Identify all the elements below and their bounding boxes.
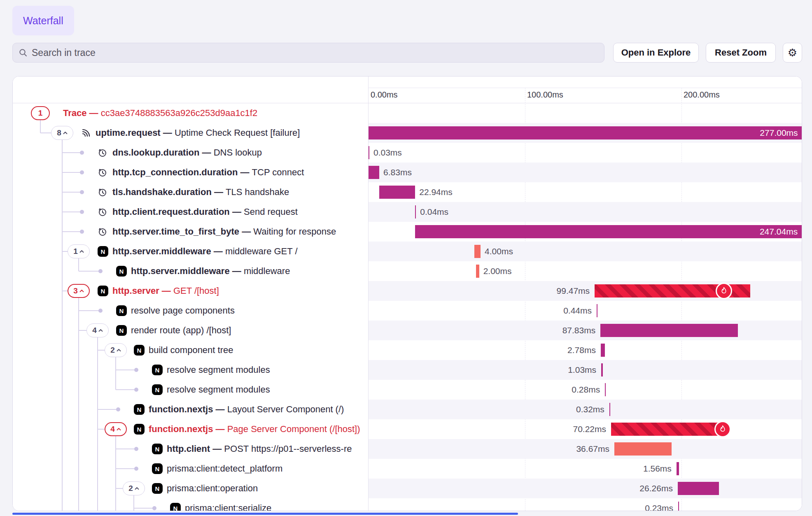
span-waterfall-row[interactable]: 1.56ms bbox=[369, 459, 802, 479]
span-duration-bar[interactable] bbox=[369, 146, 369, 159]
timeline-header-top-divider bbox=[369, 88, 802, 88]
span-waterfall-row[interactable]: 2.00ms bbox=[369, 261, 802, 281]
expand-collapse-badge[interactable]: 4 bbox=[86, 323, 109, 337]
span-waterfall-row[interactable]: 247.04ms bbox=[369, 222, 802, 242]
span-tree-row[interactable]: 2Nprisma:client:operation bbox=[13, 479, 368, 498]
span-waterfall-row[interactable]: 4.00ms bbox=[369, 242, 802, 261]
span-waterfall-row[interactable]: 26.26ms bbox=[369, 479, 802, 498]
span-description: resolve page components bbox=[131, 305, 235, 316]
open-in-explore-button[interactable]: Open in Explore bbox=[613, 43, 699, 63]
panel-resize-handle[interactable] bbox=[12, 513, 518, 515]
span-duration-label: 0.28ms bbox=[572, 380, 600, 400]
expand-collapse-badge[interactable]: 3 bbox=[68, 284, 90, 298]
expand-collapse-badge[interactable]: 4 bbox=[105, 422, 127, 436]
span-duration-bar[interactable] bbox=[600, 324, 738, 337]
span-waterfall-row[interactable]: 36.67ms bbox=[369, 439, 802, 459]
span-waterfall-row[interactable]: 0.28ms bbox=[369, 380, 802, 400]
tab-waterfall[interactable]: Waterfall bbox=[12, 6, 74, 35]
span-waterfall-row[interactable]: 277.00ms bbox=[369, 123, 802, 143]
span-duration-bar[interactable] bbox=[595, 284, 750, 298]
span-separator: — bbox=[159, 286, 173, 296]
span-tree-row[interactable]: Nhttp.server.middleware — middleware bbox=[13, 261, 368, 281]
span-tree-row[interactable]: 1Nhttp.server.middleware — middleware GE… bbox=[13, 242, 368, 261]
span-duration-bar[interactable] bbox=[379, 186, 415, 199]
leaf-dot bbox=[134, 368, 138, 372]
expand-collapse-badge[interactable]: 1 bbox=[31, 106, 50, 120]
span-waterfall-row[interactable]: 1.03ms bbox=[369, 360, 802, 380]
duration-clock-icon bbox=[98, 187, 107, 197]
span-tree-row[interactable]: http.client.request.duration — Send requ… bbox=[13, 202, 368, 222]
span-tree-row[interactable]: http.tcp_connection.duration — TCP conne… bbox=[13, 163, 368, 182]
span-waterfall-row[interactable]: 87.83ms bbox=[369, 321, 802, 340]
span-tree-row[interactable]: Nresolve segment modules bbox=[13, 380, 368, 400]
expand-collapse-badge[interactable]: 8 bbox=[51, 126, 73, 140]
span-tree-row[interactable]: 4Nfunction.nextjs — Page Server Componen… bbox=[13, 419, 368, 439]
nextjs-icon: N bbox=[98, 246, 108, 257]
span-tree-row[interactable]: Nresolve page components bbox=[13, 301, 368, 321]
span-tree-row[interactable]: Nprisma:client:serialize bbox=[13, 498, 368, 511]
span-op: http.client.request.duration bbox=[112, 207, 230, 217]
span-duration-bar[interactable] bbox=[678, 502, 679, 511]
child-count: 3 bbox=[73, 286, 78, 295]
span-tree-row[interactable]: Nhttp.client — POST https://p01--serverl… bbox=[13, 439, 368, 459]
span-duration-bar[interactable]: 247.04ms bbox=[415, 225, 802, 238]
span-duration-bar[interactable] bbox=[369, 166, 379, 179]
span-waterfall-row[interactable]: 99.47ms bbox=[369, 281, 802, 301]
span-duration-bar[interactable] bbox=[597, 304, 597, 317]
reset-zoom-button[interactable]: Reset Zoom bbox=[706, 43, 776, 63]
span-separator: — bbox=[230, 207, 244, 217]
span-duration-bar[interactable] bbox=[609, 403, 610, 416]
trace-root-row[interactable]: 1Trace — cc3ae3748883563a926c253d9aa1c1f… bbox=[13, 103, 368, 123]
span-tree-row[interactable]: dns.lookup.duration — DNS lookup bbox=[13, 143, 368, 163]
span-waterfall-row[interactable] bbox=[369, 103, 802, 123]
span-waterfall-row[interactable]: 6.83ms bbox=[369, 163, 802, 182]
waterfall-timeline[interactable]: 0.00ms100.00ms200.00ms277.00ms0.03ms6.83… bbox=[369, 77, 802, 511]
span-tree-row[interactable]: Nprisma:client:detect_platform bbox=[13, 459, 368, 479]
span-description: Layout Server Component (/) bbox=[227, 404, 344, 414]
error-flame-badge[interactable] bbox=[716, 283, 732, 299]
timeline-tick-label: 0.00ms bbox=[371, 90, 398, 100]
span-waterfall-row[interactable]: 0.44ms bbox=[369, 301, 802, 321]
span-waterfall-row[interactable]: 0.23ms bbox=[369, 498, 802, 511]
uptime-icon bbox=[81, 128, 91, 138]
span-tree-row[interactable]: 3Nhttp.server — GET /[host] bbox=[13, 281, 368, 301]
span-duration-bar[interactable] bbox=[611, 423, 721, 436]
duration-clock-icon bbox=[98, 167, 107, 177]
span-duration-bar[interactable] bbox=[601, 363, 603, 377]
span-description: DNS lookup bbox=[214, 147, 262, 158]
settings-button[interactable]: ⚙ bbox=[783, 43, 802, 63]
span-duration-bar[interactable]: 277.00ms bbox=[369, 126, 802, 139]
span-duration-bar[interactable] bbox=[476, 265, 479, 278]
span-tree-row[interactable]: 2Nbuild component tree bbox=[13, 340, 368, 360]
span-separator: — bbox=[161, 128, 175, 138]
span-duration-bar[interactable] bbox=[605, 383, 606, 396]
nextjs-icon: N bbox=[116, 305, 127, 316]
span-waterfall-row[interactable]: 70.22ms bbox=[369, 419, 802, 439]
search-bar[interactable] bbox=[12, 43, 604, 63]
span-tree-row[interactable]: http.server.time_to_first_byte — Waiting… bbox=[13, 222, 368, 242]
span-waterfall-row[interactable]: 2.78ms bbox=[369, 340, 802, 360]
span-tree-row[interactable]: tls.handshake.duration — TLS handshake bbox=[13, 182, 368, 202]
span-waterfall-row[interactable]: 0.03ms bbox=[369, 143, 802, 163]
error-flame-badge[interactable] bbox=[714, 421, 731, 437]
span-waterfall-row[interactable]: 22.94ms bbox=[369, 182, 802, 202]
span-tree-row[interactable]: 8uptime.request — Uptime Check Request [… bbox=[13, 123, 368, 143]
expand-collapse-badge[interactable]: 1 bbox=[68, 244, 90, 258]
expand-collapse-badge[interactable]: 2 bbox=[123, 481, 145, 495]
span-tree-row[interactable]: 4Nrender route (app) /[host] bbox=[13, 321, 368, 340]
span-duration-bar[interactable] bbox=[415, 205, 416, 218]
nextjs-icon: N bbox=[152, 463, 163, 474]
span-tree-row[interactable]: Nfunction.nextjs — Layout Server Compone… bbox=[13, 400, 368, 419]
span-duration-bar[interactable] bbox=[614, 442, 672, 456]
span-duration-bar[interactable] bbox=[677, 462, 679, 475]
search-input[interactable] bbox=[32, 47, 598, 58]
span-duration-bar[interactable] bbox=[474, 245, 481, 258]
span-waterfall-row[interactable]: 0.32ms bbox=[369, 400, 802, 419]
span-description: render route (app) /[host] bbox=[131, 325, 231, 335]
span-waterfall-row[interactable]: 0.04ms bbox=[369, 202, 802, 222]
span-tree-row[interactable]: Nresolve segment modules bbox=[13, 360, 368, 380]
span-separator: — bbox=[230, 266, 244, 276]
span-duration-bar[interactable] bbox=[601, 344, 605, 357]
expand-collapse-badge[interactable]: 2 bbox=[105, 343, 127, 357]
span-duration-bar[interactable] bbox=[678, 482, 719, 495]
